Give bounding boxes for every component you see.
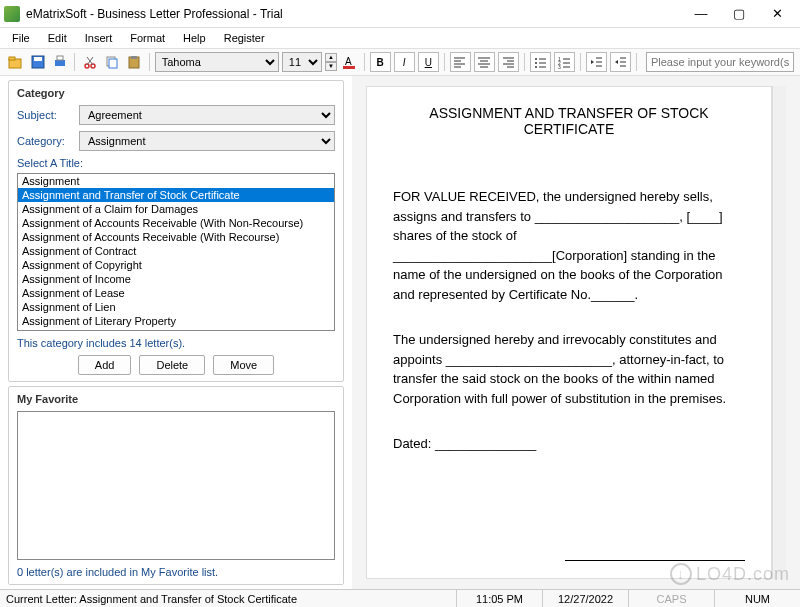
titles-listbox[interactable]: AssignmentAssignment and Transfer of Sto… (17, 173, 335, 331)
favorite-listbox[interactable] (17, 411, 335, 560)
search-input[interactable] (646, 52, 794, 72)
list-item[interactable]: Assignment of Income (18, 272, 334, 286)
toolbar: Tahoma 11 ▲▼ A B I U 123 (0, 48, 800, 76)
menu-register[interactable]: Register (216, 30, 273, 46)
svg-rect-5 (57, 56, 63, 60)
list-item[interactable]: Assignment (18, 174, 334, 188)
statusbar: Current Letter: Assignment and Transfer … (0, 589, 800, 607)
list-item[interactable]: Assignment and Transfer of Stock Certifi… (18, 188, 334, 202)
left-panel: Category Subject: Agreement Category: As… (0, 76, 352, 589)
italic-button[interactable]: I (394, 52, 415, 72)
doc-title: ASSIGNMENT AND TRANSFER OF STOCK CERTIFI… (393, 105, 745, 137)
svg-text:3: 3 (558, 64, 561, 69)
menu-insert[interactable]: Insert (77, 30, 121, 46)
list-item[interactable]: Assignment of Accounts Receivable (With … (18, 230, 334, 244)
status-time: 11:05 PM (456, 590, 542, 607)
list-item[interactable]: Assignment of Literary Property (18, 314, 334, 328)
print-icon[interactable] (50, 52, 69, 72)
select-title-label: Select A Title: (17, 157, 335, 169)
doc-signature-line (565, 560, 745, 561)
app-icon (4, 6, 20, 22)
close-button[interactable]: ✕ (758, 2, 796, 26)
font-size-spinner[interactable]: ▲▼ (325, 53, 336, 71)
move-button[interactable]: Move (213, 355, 274, 375)
add-button[interactable]: Add (78, 355, 132, 375)
list-item[interactable]: Assignment of a Claim for Damages (18, 202, 334, 216)
window-title: eMatrixSoft - Business Letter Profession… (26, 7, 682, 21)
doc-dated: Dated: ______________ (393, 434, 745, 454)
menu-file[interactable]: File (4, 30, 38, 46)
status-date: 12/27/2022 (542, 590, 628, 607)
list-item[interactable]: Assignment of Accounts Receivable (With … (18, 216, 334, 230)
svg-point-32 (535, 66, 537, 68)
align-center-icon[interactable] (474, 52, 495, 72)
svg-marker-44 (615, 60, 618, 64)
includes-count: This category includes 14 letter(s). (17, 337, 335, 349)
category-label: Category: (17, 135, 73, 147)
category-select[interactable]: Assignment (79, 131, 335, 151)
svg-marker-40 (591, 60, 594, 64)
number-list-icon[interactable]: 123 (554, 52, 575, 72)
delete-button[interactable]: Delete (139, 355, 205, 375)
outdent-icon[interactable] (586, 52, 607, 72)
maximize-button[interactable]: ▢ (720, 2, 758, 26)
document-panel: ASSIGNMENT AND TRANSFER OF STOCK CERTIFI… (352, 76, 800, 589)
list-item[interactable]: Assignment of Lien (18, 300, 334, 314)
minimize-button[interactable]: — (682, 2, 720, 26)
subject-select[interactable]: Agreement (79, 105, 335, 125)
document-preview[interactable]: ASSIGNMENT AND TRANSFER OF STOCK CERTIFI… (366, 86, 772, 579)
status-current-letter: Current Letter: Assignment and Transfer … (0, 590, 456, 607)
cut-icon[interactable] (80, 52, 99, 72)
menubar: File Edit Insert Format Help Register (0, 28, 800, 48)
svg-rect-13 (131, 56, 137, 59)
align-left-icon[interactable] (450, 52, 471, 72)
category-group-title: Category (17, 87, 335, 99)
indent-icon[interactable] (610, 52, 631, 72)
list-item[interactable]: Assignment of Security Interest (18, 328, 334, 331)
menu-format[interactable]: Format (122, 30, 173, 46)
svg-point-28 (535, 58, 537, 60)
status-num: NUM (714, 590, 800, 607)
list-item[interactable]: Assignment of Copyright (18, 258, 334, 272)
copy-icon[interactable] (103, 52, 122, 72)
list-item[interactable]: Assignment of Lease (18, 286, 334, 300)
paste-icon[interactable] (125, 52, 144, 72)
align-right-icon[interactable] (498, 52, 519, 72)
save-icon[interactable] (28, 52, 47, 72)
menu-edit[interactable]: Edit (40, 30, 75, 46)
underline-button[interactable]: U (418, 52, 439, 72)
category-group: Category Subject: Agreement Category: As… (8, 80, 344, 382)
open-icon[interactable] (6, 52, 25, 72)
menu-help[interactable]: Help (175, 30, 214, 46)
content-area: Category Subject: Agreement Category: As… (0, 76, 800, 589)
subject-label: Subject: (17, 109, 73, 121)
font-color-icon[interactable]: A (340, 52, 359, 72)
status-caps: CAPS (628, 590, 714, 607)
svg-text:A: A (345, 56, 352, 67)
doc-paragraph: FOR VALUE RECEIVED, the undersigned here… (393, 187, 745, 304)
titlebar: eMatrixSoft - Business Letter Profession… (0, 0, 800, 28)
bold-button[interactable]: B (370, 52, 391, 72)
svg-rect-11 (109, 59, 117, 68)
svg-rect-3 (34, 57, 42, 61)
favorite-count: 0 letter(s) are included in My Favorite … (17, 566, 335, 578)
doc-paragraph: The undersigned hereby and irrevocably c… (393, 330, 745, 408)
list-item[interactable]: Assignment of Contract (18, 244, 334, 258)
svg-rect-1 (9, 57, 15, 60)
svg-rect-4 (55, 60, 65, 66)
font-family-select[interactable]: Tahoma (155, 52, 279, 72)
svg-point-30 (535, 62, 537, 64)
bullet-list-icon[interactable] (530, 52, 551, 72)
font-size-select[interactable]: 11 (282, 52, 322, 72)
vertical-scrollbar[interactable] (772, 86, 786, 579)
favorite-group-title: My Favorite (17, 393, 335, 405)
favorite-group: My Favorite 0 letter(s) are included in … (8, 386, 344, 585)
